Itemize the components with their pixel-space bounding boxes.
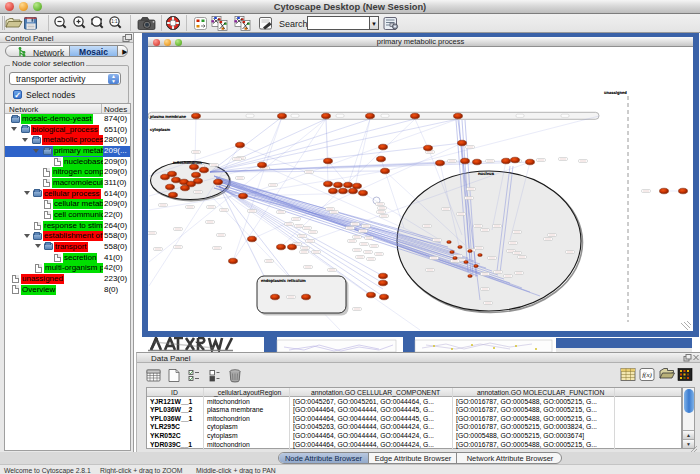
svg-text:nucleus: nucleus [478, 171, 494, 176]
svg-text:unassigned: unassigned [604, 90, 627, 95]
svg-text:endoplasmic reticulum: endoplasmic reticulum [261, 278, 306, 283]
svg-text:plasma membrane: plasma membrane [150, 114, 186, 119]
svg-text:mitochondrion: mitochondrion [173, 160, 202, 165]
svg-text:1:1: 1:1 [111, 19, 118, 24]
svg-text:f(x): f(x) [642, 371, 652, 379]
svg-text:cytoplasm: cytoplasm [150, 128, 170, 133]
